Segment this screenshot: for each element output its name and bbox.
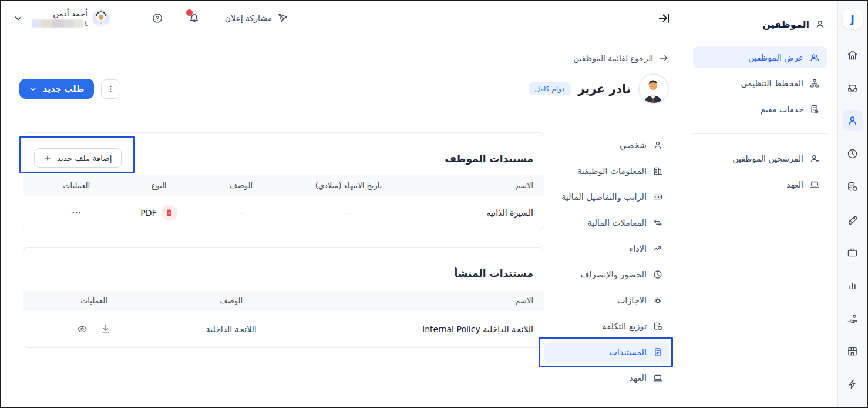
share-announcement-button[interactable]: مشاركة إعلان: [225, 12, 289, 24]
help-icon: [152, 12, 163, 24]
sun-icon: [652, 295, 663, 306]
employee-documents-card: مستندات الموظف إضافة ملف جديد: [23, 132, 544, 230]
breadcrumb-label: الرجوع لقائمة الموظفين: [573, 53, 653, 63]
clock-icon: [652, 269, 663, 280]
help-button[interactable]: [152, 12, 163, 24]
hand-heart-icon[interactable]: [842, 307, 863, 329]
employees-rail-icon[interactable]: [842, 110, 863, 131]
column-name: الاسم: [413, 181, 533, 190]
column-name: الاسم: [309, 296, 534, 305]
inbox-icon[interactable]: [842, 77, 863, 98]
sidebar-item-candidates[interactable]: المرشحين الموظفين: [693, 148, 827, 169]
profile-tab-job-info[interactable]: المعلومات الوظيفية: [544, 158, 669, 184]
row-actions-ellipsis-icon[interactable]: [34, 208, 119, 218]
user-avatar[interactable]: [92, 9, 110, 27]
notification-badge: [186, 9, 193, 16]
profile-tab-cost-distribution[interactable]: توزيع التكلفة: [544, 313, 669, 339]
eye-icon[interactable]: [76, 323, 88, 335]
employee-actions: طلب جديد: [19, 79, 120, 99]
lightning-icon[interactable]: [842, 373, 863, 394]
document-cards: مستندات الموظف إضافة ملف جديد: [23, 132, 544, 348]
profile-tab-custody[interactable]: العهد: [544, 365, 669, 391]
sidebar-item-label: المرشحين الموظفين: [732, 154, 803, 163]
profile-tab-documents[interactable]: المستندات: [544, 339, 669, 365]
profile-tab-salary[interactable]: الراتب والتفاصيل المالية: [544, 184, 669, 210]
sidebar-menu: عرض الموظفين المخطط التنظيمي خدمات مقيم: [693, 46, 827, 195]
user-menu[interactable]: أحمد أدمن t: [32, 9, 88, 28]
sidebar-item-muqeem-services[interactable]: خدمات مقيم: [693, 98, 827, 120]
document-description: --: [238, 208, 244, 218]
more-options-button[interactable]: [101, 79, 120, 99]
new-request-button[interactable]: طلب جديد: [19, 79, 94, 99]
column-operations: العمليات: [80, 296, 107, 305]
employee-name: نادر عزيز: [578, 82, 631, 96]
banknote-icon: [652, 192, 663, 202]
coins-icon[interactable]: [842, 176, 863, 197]
row-operations: [34, 323, 154, 335]
download-icon[interactable]: [100, 323, 112, 335]
employee-documents-table-header: الاسم تاريخ الانتهاء (ميلادي) الوصف النو…: [23, 175, 544, 196]
profile-tab-attendance[interactable]: الحضور والإنصراف: [544, 262, 669, 287]
profile-tab-label: الاداء: [629, 244, 647, 253]
arrow-right-icon: [658, 53, 669, 63]
profile-nav: شخصي المعلومات الوظيفية الراتب والتفاصيل…: [544, 132, 669, 391]
store-icon[interactable]: [842, 340, 863, 362]
content: الرجوع لقائمة الموظفين نادر عزيز دوام كا…: [1, 35, 682, 407]
trend-up-icon: [652, 243, 663, 254]
document-badge-icon: [809, 104, 820, 115]
breadcrumb[interactable]: الرجوع لقائمة الموظفين: [573, 53, 669, 63]
redacted-text-blur: [32, 19, 83, 28]
topbar-divider: [123, 9, 123, 27]
pdf-file-icon: [162, 205, 177, 221]
sidebar-divider: [693, 133, 827, 134]
jisr-logo[interactable]: J: [843, 9, 863, 29]
table-row: اللائحة الداخلية Internal Policy اللائحة…: [23, 311, 544, 347]
transfer-icon: [652, 218, 663, 228]
module-sidebar: الموظفين عرض الموظفين المخطط التنظيمي خد…: [682, 1, 837, 407]
employee-documents-title: مستندات الموظف: [445, 153, 533, 165]
profile-body: شخصي المعلومات الوظيفية الراتب والتفاصيل…: [19, 132, 669, 391]
sidebar-item-org-chart[interactable]: المخطط التنظيمي: [693, 72, 827, 94]
profile-tab-financial-transactions[interactable]: المعاملات المالية: [544, 210, 669, 236]
column-description: الوصف: [230, 181, 253, 190]
chevron-down-icon[interactable]: [13, 13, 23, 24]
sidebar-item-view-employees[interactable]: عرض الموظفين: [693, 46, 827, 68]
add-new-file-label: إضافة ملف جديد: [57, 153, 112, 163]
sidebar-title-label: الموظفين: [762, 19, 809, 30]
briefcase-icon[interactable]: [842, 242, 863, 263]
chevron-down-icon: [29, 85, 37, 93]
profile-tab-label: المعاملات المالية: [587, 218, 647, 228]
profile-tab-performance[interactable]: الاداء: [544, 236, 669, 262]
collapse-sidebar-icon[interactable]: [657, 11, 671, 25]
sidebar-item-label: خدمات مقيم: [760, 105, 803, 114]
profile-tab-label: شخصي: [620, 141, 647, 150]
establishment-documents-title: مستندات المنشأ: [454, 267, 533, 279]
clock-icon[interactable]: [842, 143, 863, 164]
sidebar-item-label: عرض الموظفين: [748, 53, 803, 62]
column-operations: العمليات: [63, 181, 90, 190]
user-name: أحمد أدمن: [53, 9, 88, 19]
profile-tab-leaves[interactable]: الاجازات: [544, 287, 669, 313]
profile-tab-label: المعلومات الوظيفية: [577, 166, 647, 176]
icon-rail: J: [837, 1, 867, 407]
column-expiry: تاريخ الانتهاء (ميلادي): [315, 181, 382, 190]
sidebar-item-custody[interactable]: العهد: [693, 173, 827, 195]
employee-avatar: [638, 73, 669, 104]
document-name: السيرة الذاتية: [413, 208, 533, 218]
home-icon[interactable]: [842, 44, 863, 65]
sidebar-item-label: المخطط التنظيمي: [741, 79, 803, 88]
share-announcement-label: مشاركة إعلان: [225, 14, 272, 23]
add-new-file-button[interactable]: إضافة ملف جديد: [34, 148, 122, 168]
bar-chart-icon[interactable]: [842, 275, 863, 296]
org-chart-icon: [809, 78, 820, 89]
rocket-icon[interactable]: [842, 209, 863, 230]
topbar: مشاركة إعلان أحمد: [1, 1, 682, 35]
profile-tab-personal[interactable]: شخصي: [544, 132, 669, 158]
document-type-label: PDF: [140, 208, 156, 218]
document-description: اللائحة الداخلية: [206, 325, 257, 334]
column-description: الوصف: [220, 296, 243, 305]
profile-tab-label: الحضور والإنصراف: [581, 270, 647, 279]
plus-icon: [43, 154, 52, 162]
document-expiry: --: [345, 208, 351, 218]
notifications-bell[interactable]: [188, 12, 200, 24]
